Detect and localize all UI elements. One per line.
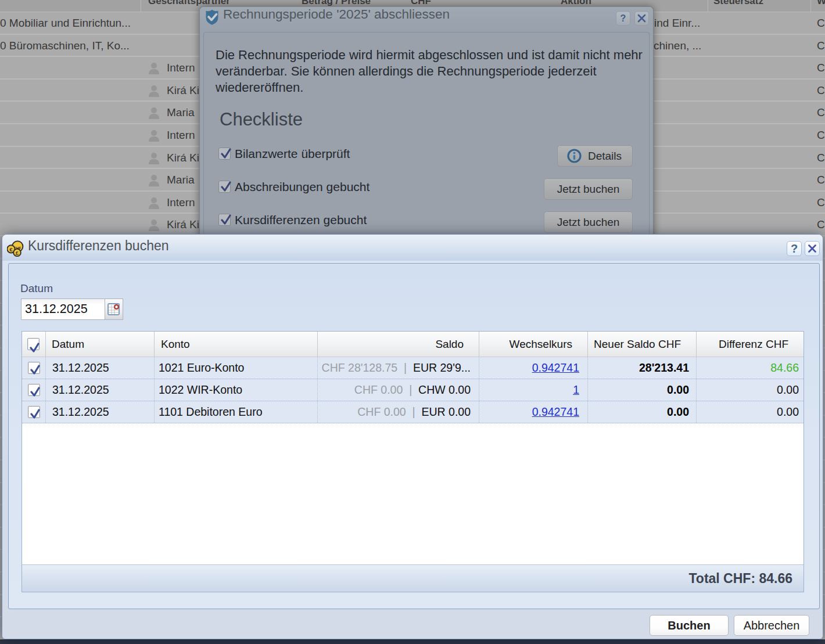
svg-text:€: € <box>9 246 13 253</box>
svg-text:£: £ <box>16 250 19 256</box>
